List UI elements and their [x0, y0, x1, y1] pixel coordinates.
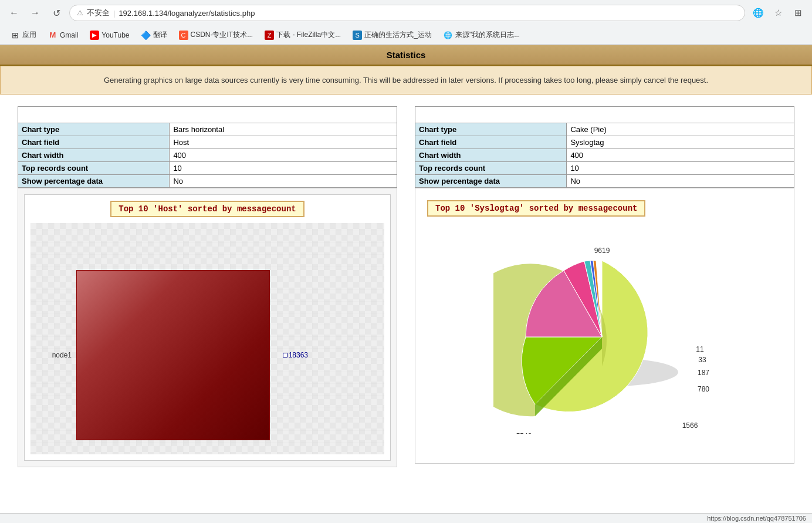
- right-chart-panel: SyslogTags Chart type Cake (Pie) Chart f…: [415, 106, 794, 467]
- left-chart-width-label: Chart width: [18, 149, 170, 162]
- bar-value-node1: 18363: [289, 351, 308, 359]
- bookmark-youtube[interactable]: ▶ YouTube: [85, 29, 134, 42]
- left-chart-panel: Top Hosts Chart type Bars horizontal Cha…: [18, 106, 397, 467]
- youtube-label: YouTube: [102, 31, 129, 39]
- extensions-icon-btn[interactable]: ⊞: [790, 5, 806, 21]
- table-row: Chart type Bars horizontal: [18, 123, 397, 136]
- left-chart-container: Top 10 'Host' sorted by messagecount nod…: [18, 188, 397, 467]
- csdn-label: CSDN-专业IT技术...: [191, 30, 253, 40]
- right-top-records-value: 10: [567, 162, 794, 175]
- security-icon: ⚠: [77, 9, 83, 17]
- left-chart-field-label: Chart field: [18, 136, 170, 149]
- right-chart-type-label: Chart type: [415, 123, 567, 136]
- main-area: Top Hosts Chart type Bars horizontal Cha…: [0, 95, 812, 479]
- pie-label-187: 187: [697, 369, 709, 377]
- address-bar[interactable]: ⚠ 不安全 | 192.168.1.134/loganalyzer/statis…: [69, 5, 745, 21]
- pie-label-5548: 5548: [516, 432, 532, 434]
- laiyuan-icon: 🌐: [444, 31, 453, 40]
- pie-label-1566: 1566: [682, 421, 698, 430]
- filezilla-icon: Z: [265, 31, 274, 40]
- star-icon-btn[interactable]: ☆: [770, 5, 786, 21]
- table-row: Chart type Cake (Pie): [415, 123, 794, 136]
- table-row: Chart field Host: [18, 136, 397, 149]
- table-row: Chart width 400: [415, 149, 794, 162]
- page-content: Statistics Generating graphics on large …: [0, 45, 812, 479]
- url-text: 192.168.1.134/loganalyzer/statistics.php: [119, 9, 255, 18]
- pie-label-9619: 9619: [594, 247, 610, 255]
- left-chart-type-value: Bars horizontal: [170, 123, 397, 136]
- filezilla-label: 下载 - FileZilla中文...: [276, 30, 341, 40]
- browser-toolbar: ← → ↺ ⚠ 不安全 | 192.168.1.134/loganalyzer/…: [0, 0, 812, 26]
- pie-chart-wrapper: Top 10 'Syslogtag' sorted by messagecoun…: [421, 194, 788, 457]
- left-chart-field-value: Host: [170, 136, 397, 149]
- left-table-header: Top Hosts: [18, 107, 397, 123]
- bookmarks-bar: ⊞ 应用 M Gmail ▶ YouTube 🔷 翻译 C CSDN-专业IT技…: [0, 26, 812, 45]
- pie-area: 9619 5548 1566 780 187 33 11: [427, 228, 782, 451]
- forward-button[interactable]: →: [27, 5, 43, 21]
- pie-label-11: 11: [696, 345, 704, 353]
- page-title: Statistics: [0, 45, 812, 66]
- table-row: Show percentage data No: [415, 175, 794, 188]
- table-row: Top records count 10: [415, 162, 794, 175]
- left-top-records-value: 10: [170, 162, 397, 175]
- pie-chart-title: Top 10 'Syslogtag' sorted by messagecoun…: [427, 200, 645, 217]
- warning-banner: Generating graphics on large data source…: [0, 66, 812, 95]
- address-text: 不安全: [87, 8, 110, 18]
- pie-svg: 9619 5548 1566 780 187 33 11: [493, 240, 716, 434]
- apps-label: 应用: [22, 30, 36, 40]
- right-chart-container: Top 10 'Syslogtag' sorted by messagecoun…: [415, 188, 794, 464]
- bar-label-node1: node1: [36, 351, 72, 359]
- scribd-label: 正确的生活方式_运动: [364, 30, 432, 40]
- bookmark-translate[interactable]: 🔷 翻译: [137, 28, 172, 42]
- table-row: Chart field Syslogtag: [415, 136, 794, 149]
- bar-chart-area: node1 18363: [31, 223, 384, 454]
- left-pct-label: Show percentage data: [18, 175, 170, 188]
- bar-value-marker: [283, 353, 287, 357]
- right-pct-label: Show percentage data: [415, 175, 567, 188]
- bar-chart-wrapper: Top 10 'Host' sorted by messagecount nod…: [24, 194, 391, 461]
- bookmark-laiyuan[interactable]: 🌐 来源"我的系统日志...: [439, 28, 525, 42]
- table-row: Show percentage data No: [18, 175, 397, 188]
- pie-label-780: 780: [697, 385, 709, 393]
- right-table-header: SyslogTags: [415, 107, 794, 123]
- right-pct-value: No: [567, 175, 794, 188]
- translate-icon-btn[interactable]: 🌐: [750, 5, 766, 21]
- browser-right-icons: 🌐 ☆ ⊞: [750, 5, 806, 21]
- bookmark-scribd[interactable]: S 正确的生活方式_运动: [348, 28, 437, 42]
- left-top-records-label: Top records count: [18, 162, 170, 175]
- bar-chart-title: Top 10 'Host' sorted by messagecount: [110, 201, 304, 217]
- refresh-button[interactable]: ↺: [48, 5, 65, 21]
- bookmark-filezilla[interactable]: Z 下载 - FileZilla中文...: [260, 28, 346, 42]
- youtube-icon: ▶: [90, 31, 99, 40]
- right-chart-type-value: Cake (Pie): [567, 123, 794, 136]
- gmail-label: Gmail: [60, 31, 78, 39]
- table-row: Top records count 10: [18, 162, 397, 175]
- right-top-records-label: Top records count: [415, 162, 567, 175]
- back-button[interactable]: ←: [6, 5, 22, 21]
- right-chart-width-label: Chart width: [415, 149, 567, 162]
- bookmark-gmail[interactable]: M Gmail: [43, 29, 83, 42]
- right-chart-field-label: Chart field: [415, 136, 567, 149]
- right-info-table: SyslogTags Chart type Cake (Pie) Chart f…: [415, 106, 794, 188]
- left-chart-width-value: 400: [170, 149, 397, 162]
- bookmark-csdn[interactable]: C CSDN-专业IT技术...: [174, 28, 258, 42]
- gmail-icon: M: [48, 31, 57, 40]
- warning-text: Generating graphics on large data source…: [104, 76, 708, 85]
- scribd-icon: S: [353, 31, 362, 40]
- left-pct-value: No: [170, 175, 397, 188]
- pie-label-33: 33: [698, 356, 706, 364]
- bar-row-node1: node1 18363: [36, 270, 378, 440]
- table-row: Chart width 400: [18, 149, 397, 162]
- csdn-icon: C: [179, 31, 188, 40]
- bookmark-apps[interactable]: ⊞ 应用: [6, 28, 41, 42]
- bar-fill-node1: [76, 270, 270, 440]
- apps-grid-icon: ⊞: [11, 31, 20, 40]
- left-info-table: Top Hosts Chart type Bars horizontal Cha…: [18, 106, 397, 188]
- right-chart-field-value: Syslogtag: [567, 136, 794, 149]
- right-chart-width-value: 400: [567, 149, 794, 162]
- translate-label: 翻译: [153, 30, 167, 40]
- left-chart-type-label: Chart type: [18, 123, 170, 136]
- browser-chrome: ← → ↺ ⚠ 不安全 | 192.168.1.134/loganalyzer/…: [0, 0, 812, 45]
- laiyuan-label: 来源"我的系统日志...: [455, 30, 520, 40]
- translate-icon: 🔷: [141, 31, 151, 40]
